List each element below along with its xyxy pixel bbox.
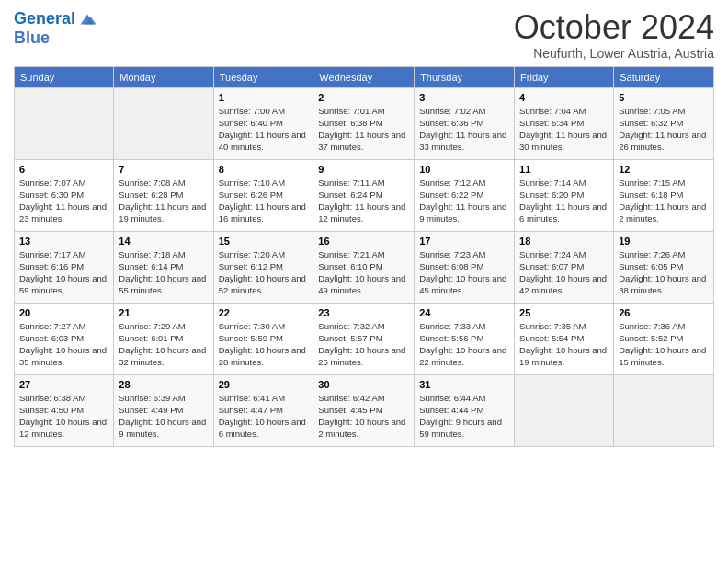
month-title: October 2024 (514, 9, 714, 46)
day-cell: 14Sunrise: 7:18 AM Sunset: 6:14 PM Dayli… (114, 231, 213, 303)
day-info: Sunrise: 7:17 AM Sunset: 6:16 PM Dayligh… (19, 248, 108, 297)
logo-icon (77, 9, 97, 29)
day-info: Sunrise: 6:42 AM Sunset: 4:45 PM Dayligh… (318, 392, 409, 441)
day-number: 2 (318, 92, 409, 103)
day-info: Sunrise: 7:29 AM Sunset: 6:01 PM Dayligh… (119, 320, 208, 369)
day-info: Sunrise: 6:38 AM Sunset: 4:50 PM Dayligh… (19, 392, 108, 441)
day-info: Sunrise: 7:12 AM Sunset: 6:22 PM Dayligh… (419, 177, 509, 225)
day-number: 29 (219, 379, 309, 390)
day-number: 11 (519, 164, 609, 175)
day-cell: 16Sunrise: 7:21 AM Sunset: 6:10 PM Dayli… (313, 231, 415, 303)
day-info: Sunrise: 7:00 AM Sunset: 6:40 PM Dayligh… (219, 105, 309, 154)
day-number: 25 (519, 307, 609, 318)
day-cell (15, 87, 114, 159)
weekday-sunday: Sunday (15, 66, 114, 87)
day-info: Sunrise: 7:21 AM Sunset: 6:10 PM Dayligh… (318, 248, 409, 297)
day-number: 13 (19, 236, 108, 247)
day-cell: 24Sunrise: 7:33 AM Sunset: 5:56 PM Dayli… (415, 303, 515, 374)
day-cell: 26Sunrise: 7:36 AM Sunset: 5:52 PM Dayli… (614, 303, 714, 374)
location: Neufurth, Lower Austria, Austria (514, 46, 714, 61)
day-number: 24 (419, 307, 509, 318)
day-number: 22 (219, 307, 309, 318)
day-cell: 4Sunrise: 7:04 AM Sunset: 6:34 PM Daylig… (515, 87, 614, 159)
day-cell: 19Sunrise: 7:26 AM Sunset: 6:05 PM Dayli… (614, 231, 714, 303)
day-cell: 27Sunrise: 6:38 AM Sunset: 4:50 PM Dayli… (15, 374, 114, 446)
day-info: Sunrise: 7:02 AM Sunset: 6:36 PM Dayligh… (419, 105, 509, 154)
day-number: 12 (619, 164, 709, 175)
day-number: 30 (318, 379, 409, 390)
day-number: 9 (318, 164, 409, 175)
header: General Blue October 2024 Neufurth, Lowe… (14, 9, 714, 61)
day-number: 8 (219, 164, 309, 175)
day-cell: 13Sunrise: 7:17 AM Sunset: 6:16 PM Dayli… (15, 231, 114, 303)
weekday-header-row: SundayMondayTuesdayWednesdayThursdayFrid… (15, 66, 714, 87)
day-cell: 28Sunrise: 6:39 AM Sunset: 4:49 PM Dayli… (114, 374, 213, 446)
day-number: 15 (219, 236, 309, 247)
day-number: 10 (419, 164, 509, 175)
day-info: Sunrise: 7:10 AM Sunset: 6:26 PM Dayligh… (219, 177, 309, 225)
day-cell: 5Sunrise: 7:05 AM Sunset: 6:32 PM Daylig… (614, 87, 714, 159)
day-number: 21 (119, 307, 208, 318)
day-number: 18 (519, 236, 609, 247)
day-number: 20 (19, 307, 108, 318)
day-number: 31 (419, 379, 509, 390)
day-info: Sunrise: 7:33 AM Sunset: 5:56 PM Dayligh… (419, 320, 509, 369)
day-cell: 2Sunrise: 7:01 AM Sunset: 6:38 PM Daylig… (313, 87, 415, 159)
day-info: Sunrise: 7:23 AM Sunset: 6:08 PM Dayligh… (419, 248, 509, 297)
title-block: October 2024 Neufurth, Lower Austria, Au… (514, 9, 714, 61)
day-cell: 21Sunrise: 7:29 AM Sunset: 6:01 PM Dayli… (114, 303, 213, 374)
weekday-monday: Monday (114, 66, 213, 87)
weekday-saturday: Saturday (614, 66, 714, 87)
day-info: Sunrise: 7:18 AM Sunset: 6:14 PM Dayligh… (119, 248, 208, 297)
day-info: Sunrise: 7:08 AM Sunset: 6:28 PM Dayligh… (119, 177, 208, 225)
day-number: 19 (619, 236, 709, 247)
day-number: 23 (318, 307, 409, 318)
day-number: 26 (619, 307, 709, 318)
day-cell: 30Sunrise: 6:42 AM Sunset: 4:45 PM Dayli… (313, 374, 415, 446)
day-info: Sunrise: 7:11 AM Sunset: 6:24 PM Dayligh… (318, 177, 409, 225)
main-container: General Blue October 2024 Neufurth, Lowe… (0, 0, 728, 452)
day-cell: 12Sunrise: 7:15 AM Sunset: 6:18 PM Dayli… (614, 159, 714, 231)
day-cell: 9Sunrise: 7:11 AM Sunset: 6:24 PM Daylig… (313, 159, 415, 231)
day-cell: 22Sunrise: 7:30 AM Sunset: 5:59 PM Dayli… (213, 303, 313, 374)
day-info: Sunrise: 7:26 AM Sunset: 6:05 PM Dayligh… (619, 248, 709, 297)
day-cell (515, 374, 614, 446)
day-cell: 11Sunrise: 7:14 AM Sunset: 6:20 PM Dayli… (515, 159, 614, 231)
day-info: Sunrise: 7:30 AM Sunset: 5:59 PM Dayligh… (219, 320, 309, 369)
day-cell: 25Sunrise: 7:35 AM Sunset: 5:54 PM Dayli… (515, 303, 614, 374)
day-info: Sunrise: 7:14 AM Sunset: 6:20 PM Dayligh… (519, 177, 609, 225)
logo-blue: Blue (14, 29, 97, 48)
day-number: 1 (219, 92, 309, 103)
day-info: Sunrise: 7:15 AM Sunset: 6:18 PM Dayligh… (619, 177, 709, 225)
day-cell: 6Sunrise: 7:07 AM Sunset: 6:30 PM Daylig… (15, 159, 114, 231)
week-row-2: 6Sunrise: 7:07 AM Sunset: 6:30 PM Daylig… (15, 159, 714, 231)
day-number: 4 (519, 92, 609, 103)
day-cell: 15Sunrise: 7:20 AM Sunset: 6:12 PM Dayli… (213, 231, 313, 303)
day-cell (614, 374, 714, 446)
day-cell: 8Sunrise: 7:10 AM Sunset: 6:26 PM Daylig… (213, 159, 313, 231)
calendar-table: SundayMondayTuesdayWednesdayThursdayFrid… (14, 66, 714, 447)
calendar-body: 1Sunrise: 7:00 AM Sunset: 6:40 PM Daylig… (15, 87, 714, 446)
day-number: 5 (619, 92, 709, 103)
day-number: 7 (119, 164, 208, 175)
day-info: Sunrise: 7:01 AM Sunset: 6:38 PM Dayligh… (318, 105, 409, 154)
day-info: Sunrise: 6:39 AM Sunset: 4:49 PM Dayligh… (119, 392, 208, 441)
week-row-4: 20Sunrise: 7:27 AM Sunset: 6:03 PM Dayli… (15, 303, 714, 374)
day-cell: 18Sunrise: 7:24 AM Sunset: 6:07 PM Dayli… (515, 231, 614, 303)
day-info: Sunrise: 7:32 AM Sunset: 5:57 PM Dayligh… (318, 320, 409, 369)
day-cell: 7Sunrise: 7:08 AM Sunset: 6:28 PM Daylig… (114, 159, 213, 231)
day-number: 6 (19, 164, 108, 175)
day-number: 28 (119, 379, 208, 390)
day-cell: 20Sunrise: 7:27 AM Sunset: 6:03 PM Dayli… (15, 303, 114, 374)
week-row-1: 1Sunrise: 7:00 AM Sunset: 6:40 PM Daylig… (15, 87, 714, 159)
day-number: 3 (419, 92, 509, 103)
day-cell: 1Sunrise: 7:00 AM Sunset: 6:40 PM Daylig… (213, 87, 313, 159)
weekday-thursday: Thursday (415, 66, 515, 87)
logo-text: General (14, 10, 75, 29)
day-number: 16 (318, 236, 409, 247)
day-cell: 23Sunrise: 7:32 AM Sunset: 5:57 PM Dayli… (313, 303, 415, 374)
day-cell: 29Sunrise: 6:41 AM Sunset: 4:47 PM Dayli… (213, 374, 313, 446)
day-info: Sunrise: 7:04 AM Sunset: 6:34 PM Dayligh… (519, 105, 609, 154)
day-info: Sunrise: 7:35 AM Sunset: 5:54 PM Dayligh… (519, 320, 609, 369)
weekday-tuesday: Tuesday (213, 66, 313, 87)
